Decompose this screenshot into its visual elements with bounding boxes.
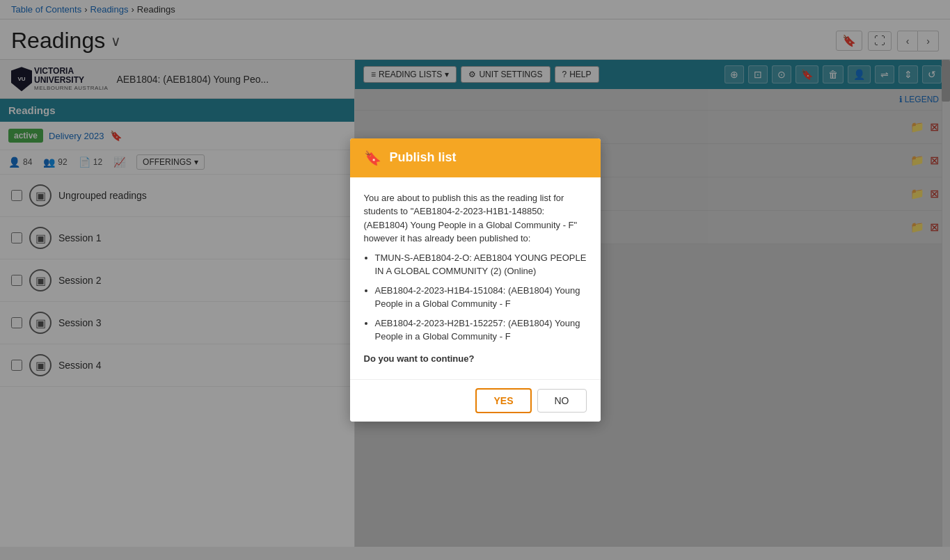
modal-bookmark-icon: 🔖	[364, 150, 381, 166]
list-item: AEB1804-2-2023-H1B4-151084: (AEB1804) Yo…	[375, 284, 587, 311]
list-item: AEB1804-2-2023-H2B1-152257: (AEB1804) Yo…	[375, 317, 587, 344]
yes-button[interactable]: YES	[475, 388, 531, 413]
modal-footer: YES NO	[350, 379, 601, 422]
modal-header: 🔖 Publish list	[350, 138, 601, 177]
modal-question: Do you want to continue?	[364, 352, 587, 366]
modal-overlay: 🔖 Publish list You are about to publish …	[0, 0, 950, 560]
no-button[interactable]: NO	[537, 389, 587, 413]
modal-intro-text: You are about to publish this as the rea…	[364, 191, 587, 246]
modal-title: Publish list	[390, 150, 457, 165]
modal-body: You are about to publish this as the rea…	[350, 177, 601, 380]
list-item: TMUN-S-AEB1804-2-O: AEB1804 YOUNG PEOPLE…	[375, 251, 587, 278]
modal-published-list: TMUN-S-AEB1804-2-O: AEB1804 YOUNG PEOPLE…	[364, 251, 587, 344]
publish-modal: 🔖 Publish list You are about to publish …	[350, 138, 601, 422]
